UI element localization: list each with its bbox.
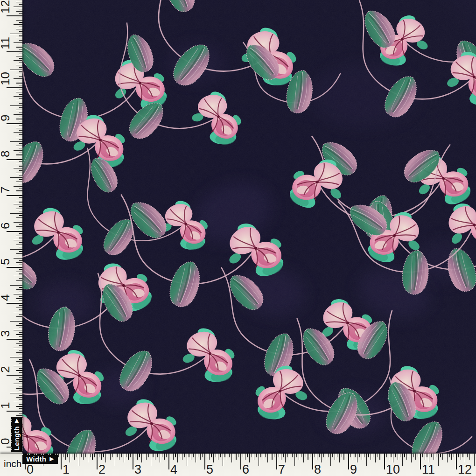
bottom-ruler-tick (224, 454, 225, 457)
left-ruler-tick (14, 168, 22, 168)
left-ruler-tick (19, 130, 23, 130)
fabric-pattern (22, 0, 476, 454)
left-ruler-tick (19, 67, 23, 68)
left-ruler-tick (19, 197, 23, 198)
length-label: Length ▶ (11, 417, 22, 452)
bottom-ruler-tick (128, 454, 128, 460)
bottom-ruler-tick (218, 454, 218, 460)
bottom-ruler-tick (281, 454, 281, 460)
bottom-ruler-tick (299, 454, 299, 460)
left-ruler-number: 6 (1, 223, 9, 229)
left-ruler-tick (16, 154, 22, 155)
left-ruler-tick (16, 236, 22, 236)
bottom-ruler-number: 9 (350, 463, 357, 476)
left-ruler-tick (19, 63, 23, 63)
left-ruler-tick (19, 251, 23, 252)
bottom-ruler-tick (72, 454, 72, 457)
left-ruler-tick (19, 341, 23, 342)
left-ruler-tick (19, 336, 23, 337)
bottom-ruler-tick (155, 454, 155, 460)
bottom-ruler-tick (447, 454, 448, 462)
left-ruler-tick (16, 379, 22, 380)
bottom-ruler-tick (391, 454, 391, 457)
bottom-ruler-tick (294, 454, 295, 466)
bottom-ruler-tick (238, 454, 238, 457)
left-ruler-tick (19, 35, 23, 36)
bottom-ruler-tick (191, 454, 191, 460)
left-ruler-tick (19, 386, 23, 386)
left-ruler-tick (19, 377, 23, 378)
left-ruler-tick (16, 361, 22, 362)
left-ruler-tick (19, 85, 23, 85)
width-label: Width ▶ (22, 454, 58, 464)
left-ruler-tick (14, 312, 22, 312)
bottom-ruler-tick (317, 454, 317, 460)
bottom-ruler-tick (119, 454, 119, 460)
bottom-ruler-tick (153, 454, 153, 457)
left-ruler-tick (19, 301, 23, 301)
left-ruler-tick (16, 388, 22, 389)
bottom-ruler-tick (292, 454, 293, 457)
left-ruler-tick (19, 332, 23, 333)
left-ruler-tick (19, 22, 23, 22)
left-ruler-tick (10, 393, 22, 393)
left-ruler-tick (10, 285, 22, 286)
bottom-ruler-tick (379, 454, 380, 460)
bottom-ruler-tick (467, 454, 468, 457)
bottom-ruler-tick (458, 454, 459, 457)
left-ruler-tick (10, 249, 22, 250)
left-ruler-tick (14, 402, 22, 402)
left-ruler-tick (16, 316, 22, 317)
left-ruler-tick (19, 117, 23, 117)
bottom-ruler-tick (141, 454, 142, 462)
left-ruler-tick (16, 56, 22, 56)
bottom-ruler-tick (427, 454, 427, 457)
bottom-ruler-tick (263, 454, 263, 460)
bottom-ruler-tick (445, 454, 445, 457)
left-ruler-tick (16, 47, 22, 47)
width-label-text: Width (26, 455, 46, 463)
bottom-ruler-tick (249, 454, 250, 462)
bottom-ruler-tick (81, 454, 81, 457)
left-ruler-tick (19, 242, 23, 243)
left-ruler-tick (10, 105, 22, 106)
left-ruler-tick (19, 224, 23, 225)
left-ruler-tick (14, 42, 22, 43)
left-ruler-tick (16, 280, 22, 281)
bottom-ruler-tick (254, 454, 254, 460)
bottom-ruler-tick (108, 454, 108, 457)
bottom-ruler-tick (438, 454, 439, 466)
left-ruler-tick (19, 112, 23, 112)
bottom-ruler-tick (187, 454, 187, 466)
left-ruler-tick (19, 265, 23, 265)
bottom-ruler-tick (77, 454, 77, 457)
bottom-ruler-tick (133, 454, 133, 469)
left-ruler-tick (19, 273, 23, 274)
bottom-ruler-tick (240, 454, 241, 469)
left-ruler-number: 2 (1, 366, 9, 373)
left-ruler-tick (14, 186, 22, 187)
left-ruler-tick (16, 406, 22, 406)
left-ruler-tick (14, 114, 22, 115)
left-ruler-tick (14, 366, 22, 366)
bottom-ruler-tick (227, 454, 227, 460)
bottom-ruler-tick (429, 454, 429, 462)
left-ruler-tick (19, 350, 23, 350)
left-ruler-tick (16, 352, 22, 353)
bottom-ruler-tick (362, 454, 362, 460)
bottom-ruler-tick (306, 454, 306, 457)
bottom-ruler-number: 11 (422, 463, 435, 476)
bottom-ruler-tick (359, 454, 360, 457)
left-ruler-tick (14, 276, 22, 276)
left-ruler-tick (10, 70, 22, 70)
bottom-ruler-tick (285, 454, 286, 462)
bottom-ruler-tick (395, 454, 396, 457)
bottom-ruler-tick (58, 454, 59, 457)
left-ruler-tick (19, 256, 23, 256)
bottom-ruler-tick (393, 454, 393, 462)
bottom-ruler-tick (413, 454, 414, 457)
left-ruler-tick (16, 209, 22, 209)
left-ruler-tick (19, 211, 23, 211)
bottom-ruler-tick (342, 454, 342, 457)
bottom-ruler-tick (328, 454, 329, 457)
